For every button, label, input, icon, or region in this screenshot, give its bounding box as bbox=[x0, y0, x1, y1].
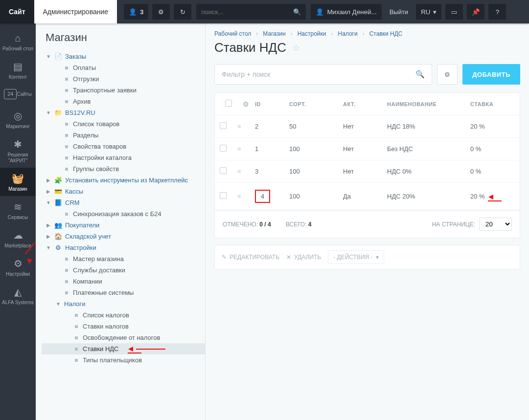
bulk-actions-dropdown[interactable]: - ДЕЙСТВИЯ -▾ bbox=[328, 250, 384, 264]
tree-item[interactable]: Типы плательщиков bbox=[42, 354, 205, 366]
drag-handle-icon[interactable]: ≡ bbox=[237, 193, 255, 200]
table-row[interactable]: ≡4100ДаНДС 20%20 % bbox=[215, 183, 520, 210]
breadcrumb-link[interactable]: Налоги bbox=[338, 30, 357, 37]
bullet-icon bbox=[65, 258, 68, 261]
row-checkbox[interactable] bbox=[220, 167, 227, 174]
tree-item[interactable]: ▶💳Кассы bbox=[42, 186, 205, 197]
site-button[interactable]: Сайт bbox=[0, 0, 34, 23]
tree-item[interactable]: ▶🧩Установить инструменты из Маркетплейс bbox=[42, 175, 205, 186]
tree-item[interactable]: Синхронизация заказов с Б24 bbox=[42, 208, 205, 220]
drag-handle-icon[interactable]: ≡ bbox=[237, 168, 255, 175]
rail-item-магазин[interactable]: 🧺Магазин bbox=[0, 168, 36, 196]
breadcrumb-link[interactable]: Ставки НДС bbox=[369, 30, 403, 37]
notifications-button[interactable]: 👤3 bbox=[124, 4, 148, 20]
logout-button[interactable]: Выйти bbox=[384, 0, 414, 23]
tree-item[interactable]: Мастер магазина bbox=[42, 253, 205, 265]
pencil-icon: ✎ bbox=[222, 254, 227, 261]
toggle-icon[interactable]: ▼ bbox=[46, 200, 51, 205]
tree-item[interactable]: Архив bbox=[42, 96, 205, 107]
breadcrumb-link[interactable]: Магазин bbox=[263, 30, 285, 37]
tree-item[interactable]: Разделы bbox=[42, 130, 205, 141]
tree-item[interactable]: ▼📁BS12V.RU bbox=[42, 107, 205, 118]
row-checkbox[interactable] bbox=[220, 145, 227, 152]
pin-icon: 📌 bbox=[472, 8, 480, 16]
tree-item[interactable]: Ставки НДС bbox=[42, 343, 205, 354]
pin-button[interactable]: 📌 bbox=[467, 4, 484, 20]
bullet-icon bbox=[75, 348, 78, 351]
tree-item[interactable]: Оплаты bbox=[42, 62, 205, 73]
col-id[interactable]: ID bbox=[255, 101, 289, 107]
tree-item[interactable]: Ставки налогов bbox=[42, 321, 205, 332]
grid-settings-button[interactable]: ⚙ bbox=[437, 64, 458, 85]
col-sort[interactable]: СОРТ. bbox=[289, 101, 343, 107]
tree-item[interactable]: Компании bbox=[42, 276, 205, 287]
toggle-icon[interactable]: ▶ bbox=[46, 234, 51, 239]
gear-icon: ⚙ bbox=[158, 8, 164, 16]
user-icon: 👤 bbox=[129, 8, 137, 16]
gear-icon[interactable]: ⚙ bbox=[237, 100, 255, 108]
bullet-icon bbox=[65, 280, 68, 283]
bookmark-icon: ▭ bbox=[451, 8, 457, 16]
toggle-icon[interactable]: ▶ bbox=[46, 189, 51, 194]
tree-item[interactable]: ▶👥Покупатели bbox=[42, 220, 205, 231]
global-search[interactable]: 🔍 bbox=[196, 4, 306, 20]
rail-item-рабочий-стол[interactable]: ⌂Рабочий стол bbox=[0, 27, 36, 56]
col-active[interactable]: АКТ. bbox=[343, 101, 387, 107]
rail-item-сервисы[interactable]: ≋Сервисы bbox=[0, 196, 36, 224]
add-button[interactable]: ДОБАВИТЬ bbox=[462, 64, 520, 85]
tree-item[interactable]: Список налогов bbox=[42, 309, 205, 321]
toggle-icon[interactable]: ▶ bbox=[46, 177, 51, 183]
tree-item[interactable]: Группы свойств bbox=[42, 163, 205, 175]
settings-top-button[interactable]: ⚙ bbox=[152, 4, 170, 20]
gear-icon: ⚙ bbox=[444, 71, 450, 78]
rail-item-решения-акрит-[interactable]: ✱Решения "АКРИТ" bbox=[0, 133, 36, 168]
lang-switch[interactable]: RU ▾ bbox=[416, 4, 441, 20]
tree-item[interactable]: ▼⚙Настройки bbox=[42, 242, 205, 253]
drag-handle-icon[interactable]: ≡ bbox=[237, 145, 255, 153]
perpage-select[interactable]: 20 bbox=[479, 218, 512, 231]
tree-item[interactable]: ▼📘CRM bbox=[42, 197, 205, 208]
select-all-checkbox[interactable] bbox=[225, 100, 232, 107]
toggle-icon[interactable]: ▼ bbox=[55, 301, 61, 307]
help-button[interactable]: ? bbox=[488, 4, 506, 20]
row-checkbox[interactable] bbox=[220, 192, 227, 199]
tree-item[interactable]: Настройки каталога bbox=[42, 152, 205, 163]
col-name[interactable]: НАИМЕНОВАНИЕ bbox=[387, 101, 470, 107]
refresh-top-button[interactable]: ↻ bbox=[174, 4, 191, 20]
bookmark-button[interactable]: ▭ bbox=[445, 4, 463, 20]
table-row[interactable]: ≡1100НетБез НДС0 % bbox=[215, 138, 520, 160]
tree-item[interactable]: ▶🏠Складской учет bbox=[42, 231, 205, 242]
table-row[interactable]: ≡3100НетНДС 0%0 % bbox=[215, 160, 520, 183]
toggle-icon[interactable]: ▼ bbox=[46, 245, 51, 250]
col-rate[interactable]: СТАВКА bbox=[470, 101, 515, 107]
bulk-edit-button[interactable]: ✎РЕДАКТИРОВАТЬ bbox=[222, 254, 279, 261]
rail-item-маркетинг[interactable]: ◎Маркетинг bbox=[0, 105, 36, 133]
global-search-input[interactable] bbox=[196, 4, 288, 20]
filter-input[interactable] bbox=[215, 65, 409, 84]
drag-handle-icon[interactable]: ≡ bbox=[237, 123, 255, 130]
tree-item[interactable]: Платежные системы bbox=[42, 287, 205, 298]
breadcrumb-link[interactable]: Настройки bbox=[298, 30, 326, 37]
bulk-delete-button[interactable]: ✕УДАЛИТЬ bbox=[286, 254, 321, 261]
tree-item[interactable]: Список товаров bbox=[42, 118, 205, 130]
tree-item[interactable]: ▼Налоги bbox=[42, 298, 205, 309]
filter-box[interactable]: 🔍 bbox=[214, 64, 432, 85]
favorite-star-icon[interactable]: ☆ bbox=[292, 43, 300, 53]
tree-item[interactable]: Освобождение от налогов bbox=[42, 332, 205, 343]
breadcrumb-link[interactable]: Рабочий стол bbox=[214, 30, 251, 37]
user-menu[interactable]: 👤Михаил Деней... bbox=[311, 4, 381, 20]
toggle-icon[interactable]: ▼ bbox=[46, 54, 51, 59]
toggle-icon[interactable]: ▶ bbox=[46, 222, 51, 228]
admin-button[interactable]: Администрирование bbox=[34, 0, 117, 23]
row-checkbox[interactable] bbox=[220, 122, 227, 129]
toggle-icon[interactable]: ▼ bbox=[46, 110, 51, 115]
rail-item-alfa-systems[interactable]: ◭ALFA Systems bbox=[0, 281, 36, 309]
tree-item[interactable]: Отгрузки bbox=[42, 73, 205, 85]
table-row[interactable]: ≡250НетНДС 18%20 % bbox=[215, 115, 520, 138]
tree-item[interactable]: Транспортные заявки bbox=[42, 85, 205, 96]
tree-item[interactable]: ▼📄Заказы bbox=[42, 51, 205, 62]
rail-item-контент[interactable]: ▤Контент bbox=[0, 56, 36, 84]
tree-item[interactable]: Службы доставки bbox=[42, 265, 205, 276]
rail-item-сайты[interactable]: 24Сайты bbox=[0, 84, 36, 105]
tree-item[interactable]: Свойства товаров bbox=[42, 141, 205, 152]
